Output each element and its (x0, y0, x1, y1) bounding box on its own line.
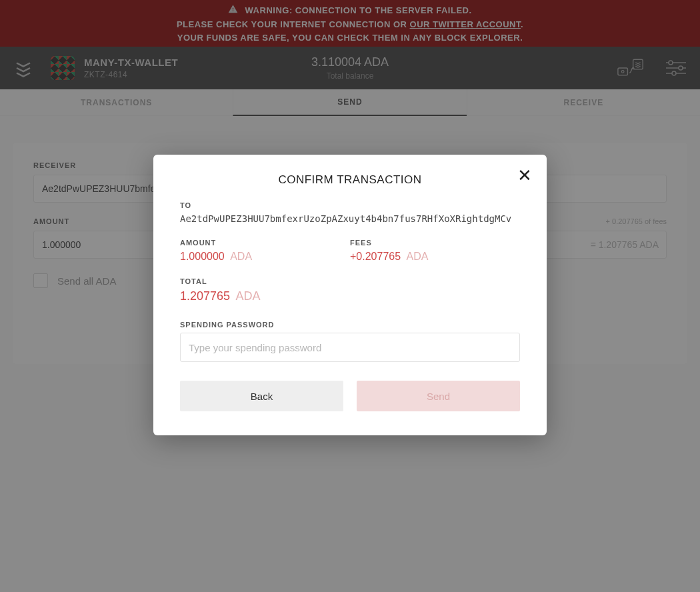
modal-amount-value: 1.000000 (180, 251, 225, 262)
modal-amount-label: AMOUNT (180, 239, 350, 247)
modal-title: CONFIRM TRANSACTION (180, 173, 520, 187)
modal-total-currency: ADA (236, 289, 261, 303)
close-icon[interactable]: ✕ (517, 167, 532, 184)
modal-amount-currency: ADA (230, 251, 252, 262)
spending-password-input[interactable] (180, 333, 520, 362)
modal-fees-currency: ADA (407, 251, 429, 262)
modal-overlay[interactable]: CONFIRM TRANSACTION ✕ TO Ae2tdPwUPEZ3HUU… (0, 0, 700, 592)
to-address: Ae2tdPwUPEZ3HUU7bmfexrUzoZpAZxuyt4b4bn7f… (180, 213, 520, 224)
spending-password-label: SPENDING PASSWORD (180, 321, 520, 329)
to-label: TO (180, 201, 520, 209)
send-button[interactable]: Send (357, 381, 520, 411)
modal-fees-value: +0.207765 (350, 251, 401, 262)
confirm-transaction-dialog: CONFIRM TRANSACTION ✕ TO Ae2tdPwUPEZ3HUU… (153, 155, 547, 435)
back-button[interactable]: Back (180, 381, 343, 411)
modal-total-label: TOTAL (180, 277, 520, 285)
modal-fees-label: FEES (350, 239, 520, 247)
modal-total-value: 1.207765 (180, 289, 230, 303)
